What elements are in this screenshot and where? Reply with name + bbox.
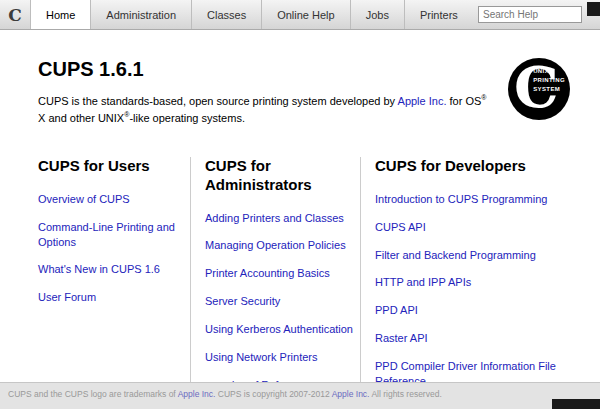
footer-apple-link-1[interactable]: Apple Inc. bbox=[178, 389, 216, 399]
badge-word-printing: PRINTING bbox=[533, 77, 565, 83]
link-columns: CUPS for Users Overview of CUPS Command-… bbox=[38, 157, 600, 409]
link-kerberos-auth[interactable]: Using Kerberos Authentication bbox=[205, 322, 360, 337]
footer-text-2: CUPS is copyright 2007-2012 bbox=[215, 389, 331, 399]
apple-inc-link[interactable]: Apple Inc. bbox=[398, 95, 447, 107]
screen-corner-artifact-top-right bbox=[587, 2, 600, 16]
footer-text-3: All rights reserved. bbox=[369, 389, 441, 399]
tab-jobs[interactable]: Jobs bbox=[350, 0, 404, 29]
column-developers: CUPS for Developers Introduction to CUPS… bbox=[360, 157, 580, 409]
badge-words: UNIXPRINTINGSYSTEM bbox=[533, 67, 565, 94]
search-input[interactable] bbox=[478, 6, 582, 23]
link-user-forum[interactable]: User Forum bbox=[38, 290, 180, 305]
tab-printers[interactable]: Printers bbox=[404, 0, 473, 29]
link-server-security[interactable]: Server Security bbox=[205, 294, 360, 309]
screen-corner-artifact-bottom-right bbox=[552, 399, 600, 409]
link-intro-cups-programming[interactable]: Introduction to CUPS Programming bbox=[375, 192, 568, 207]
link-whats-new[interactable]: What's New in CUPS 1.6 bbox=[38, 262, 180, 277]
link-filter-backend[interactable]: Filter and Backend Programming bbox=[375, 248, 568, 263]
link-raster-api[interactable]: Raster API bbox=[375, 331, 568, 346]
column-developers-heading: CUPS for Developers bbox=[375, 157, 568, 176]
column-users: CUPS for Users Overview of CUPS Command-… bbox=[38, 157, 190, 409]
intro-text-2: for OS bbox=[446, 95, 481, 107]
footer-text-1: CUPS and the CUPS logo are trademarks of bbox=[8, 389, 178, 399]
main-content: CUPS 1.6.1 CUPS is the standards-based, … bbox=[0, 30, 600, 409]
intro-text-4: -like operating systems. bbox=[129, 112, 245, 124]
link-adding-printers[interactable]: Adding Printers and Classes bbox=[205, 211, 360, 226]
column-administrators-heading: CUPS for Administrators bbox=[205, 157, 315, 195]
tab-online-help[interactable]: Online Help bbox=[261, 0, 349, 29]
column-administrators: CUPS for Administrators Adding Printers … bbox=[190, 157, 360, 409]
badge-word-system: SYSTEM bbox=[533, 86, 560, 92]
badge-word-unix: UNIX bbox=[533, 68, 549, 74]
tab-classes[interactable]: Classes bbox=[191, 0, 261, 29]
cups-badge-logo: C UNIXPRINTINGSYSTEM bbox=[508, 58, 570, 120]
link-cups-api[interactable]: CUPS API bbox=[375, 220, 568, 235]
link-http-ipp-apis[interactable]: HTTP and IPP APIs bbox=[375, 275, 568, 290]
top-navbar: C Home Administration Classes Online Hel… bbox=[0, 0, 600, 30]
link-printer-accounting[interactable]: Printer Accounting Basics bbox=[205, 266, 360, 281]
intro-text-3: X and other UNIX bbox=[38, 112, 124, 124]
footer-apple-link-2[interactable]: Apple Inc. bbox=[332, 389, 370, 399]
cups-logo-icon: C bbox=[0, 0, 30, 29]
tab-administration[interactable]: Administration bbox=[90, 0, 191, 29]
link-network-printers[interactable]: Using Network Printers bbox=[205, 350, 360, 365]
tab-home[interactable]: Home bbox=[30, 0, 90, 29]
footer: CUPS and the CUPS logo are trademarks of… bbox=[0, 382, 600, 409]
intro-text-1: CUPS is the standards-based, open source… bbox=[38, 95, 398, 107]
link-managing-policies[interactable]: Managing Operation Policies bbox=[205, 238, 360, 253]
link-overview-of-cups[interactable]: Overview of CUPS bbox=[38, 192, 180, 207]
intro-paragraph: CUPS is the standards-based, open source… bbox=[38, 93, 490, 127]
registered-symbol: ® bbox=[481, 94, 486, 101]
link-command-line-printing[interactable]: Command-Line Printing and Options bbox=[38, 220, 180, 250]
column-users-heading: CUPS for Users bbox=[38, 157, 180, 176]
link-ppd-api[interactable]: PPD API bbox=[375, 303, 568, 318]
